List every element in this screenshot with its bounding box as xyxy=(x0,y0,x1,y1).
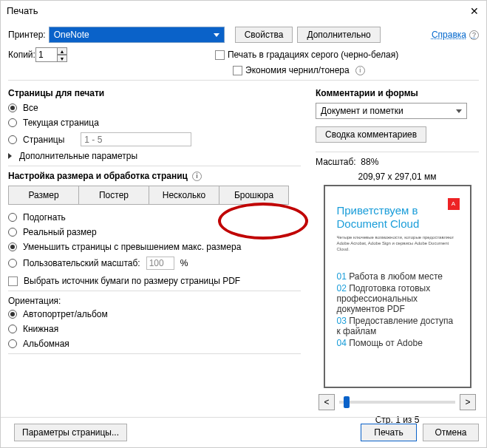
copies-input[interactable] xyxy=(35,47,58,62)
radio-actual[interactable] xyxy=(8,228,17,237)
copies-spin-down[interactable]: ▼ xyxy=(57,55,67,62)
cancel-button[interactable]: Отмена xyxy=(423,424,479,441)
printer-label: Принтер: xyxy=(8,30,46,40)
radio-all-pages[interactable] xyxy=(8,103,17,112)
save-ink-checkbox[interactable] xyxy=(233,66,242,75)
scale-value: 88% xyxy=(361,157,378,167)
radio-shrink[interactable] xyxy=(8,242,17,251)
radio-fit[interactable] xyxy=(8,213,17,222)
page-preview: A Приветствуем в Document Cloud Четыре к… xyxy=(324,185,471,388)
page-setup-button[interactable]: Параметры страницы... xyxy=(14,424,127,441)
info-icon[interactable]: i xyxy=(355,66,365,75)
chevron-down-icon xyxy=(214,33,219,37)
orientation-label: Ориентация: xyxy=(8,296,301,306)
printer-select[interactable]: OneNote xyxy=(49,27,225,43)
printer-value: OneNote xyxy=(54,30,89,40)
grayscale-label: Печать в градациях серого (черно-белая) xyxy=(228,50,398,60)
print-button[interactable]: Печать xyxy=(361,424,417,441)
expand-icon[interactable] xyxy=(8,153,12,159)
radio-custom-scale[interactable] xyxy=(8,259,17,268)
preview-list-item: 03 Предоставление доступа к файлам xyxy=(337,316,458,336)
comments-select[interactable]: Документ и пометки xyxy=(316,103,467,119)
advanced-button[interactable]: Дополнительно xyxy=(297,27,380,43)
preview-title: Приветствуем в Document Cloud xyxy=(337,204,458,231)
copies-spin-up[interactable]: ▲ xyxy=(57,47,67,55)
save-ink-label: Экономия чернил/тонера xyxy=(245,65,350,75)
radio-portrait[interactable] xyxy=(8,325,17,333)
help-link[interactable]: Справка ? xyxy=(432,30,479,40)
window-title: Печать xyxy=(7,5,38,16)
radio-page-range[interactable] xyxy=(8,135,17,144)
paper-dimensions: 209,97 x 297,01 мм xyxy=(316,172,479,182)
preview-list-item: 04 Помощь от Adobe xyxy=(337,338,458,348)
radio-current-page[interactable] xyxy=(8,118,17,127)
grayscale-checkbox[interactable] xyxy=(215,50,225,60)
comments-section-title: Комментарии и формы xyxy=(316,88,479,98)
tab-poster[interactable]: Постер xyxy=(78,186,149,205)
copies-label: Копий: xyxy=(8,50,35,60)
tab-multiple[interactable]: Несколько xyxy=(149,186,219,205)
properties-button[interactable]: Свойства xyxy=(235,27,293,43)
sizing-section-title: Настройка размера и обработка страниц i xyxy=(8,171,301,181)
info-icon[interactable]: i xyxy=(192,172,202,181)
tab-size[interactable]: Размер xyxy=(8,186,78,205)
radio-auto-orient[interactable] xyxy=(8,310,17,319)
prev-page-button[interactable]: < xyxy=(319,394,335,410)
preview-subtitle: Четыре ключевые возможности, которые пре… xyxy=(337,235,458,252)
page-range-input[interactable] xyxy=(81,132,191,146)
help-icon: ? xyxy=(469,30,479,40)
preview-list-item: 02 Подготовка готовых профессиональных д… xyxy=(337,283,458,314)
close-icon[interactable]: ✕ xyxy=(469,6,480,16)
scale-label: Масштаб: xyxy=(316,157,356,167)
radio-landscape[interactable] xyxy=(8,339,17,348)
tab-booklet[interactable]: Брошюра xyxy=(219,186,289,205)
custom-scale-input[interactable] xyxy=(146,257,174,270)
slider-thumb[interactable] xyxy=(344,396,350,408)
next-page-button[interactable]: > xyxy=(460,394,476,410)
pages-section-title: Страницы для печати xyxy=(8,88,301,98)
more-options-toggle[interactable]: Дополнительные параметры xyxy=(19,151,137,161)
adobe-logo-icon: A xyxy=(448,198,460,210)
summarize-comments-button[interactable]: Сводка комментариев xyxy=(316,126,426,143)
paper-source-checkbox[interactable] xyxy=(8,276,18,286)
page-slider[interactable] xyxy=(339,401,455,404)
chevron-down-icon xyxy=(456,109,462,113)
preview-list-item: 01 Работа в любом месте xyxy=(337,271,458,282)
